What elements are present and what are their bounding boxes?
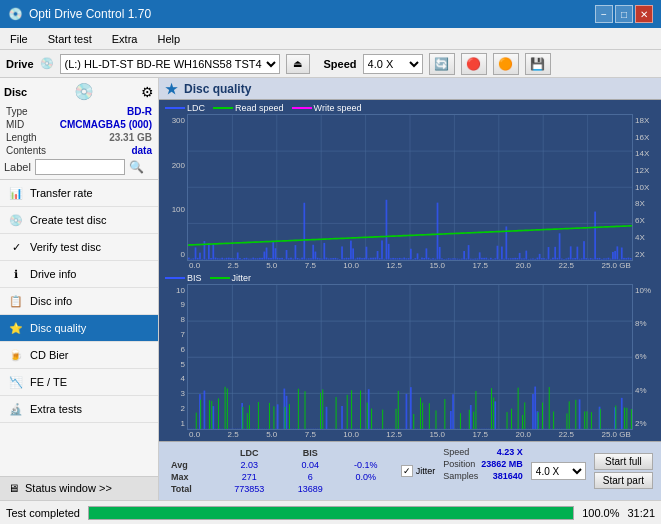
jitter-checkbox[interactable]: ✓ [401, 465, 413, 477]
bis-legend-color [165, 277, 185, 279]
svg-rect-42 [255, 258, 257, 259]
svg-rect-17 [199, 253, 201, 260]
svg-rect-105 [394, 258, 396, 259]
svg-rect-177 [554, 247, 556, 260]
disc-label-row: Label 🔍 [4, 159, 154, 175]
svg-rect-114 [414, 258, 416, 259]
sidebar-item-verify-test-disc[interactable]: ✓ Verify test disc [0, 234, 158, 261]
sidebar-item-cd-bier[interactable]: 🍺 CD Bier [0, 342, 158, 369]
svg-rect-476 [305, 391, 306, 429]
total-jitter [339, 483, 393, 495]
svg-rect-95 [372, 258, 374, 260]
close-button[interactable]: ✕ [635, 5, 653, 23]
extra-tests-icon: 🔬 [8, 401, 24, 417]
record-button[interactable]: 🔴 [461, 53, 487, 75]
eject-button[interactable]: ⏏ [286, 54, 310, 74]
chart1-x-axis: 0.0 2.5 5.0 7.5 10.0 12.5 15.0 17.5 20.0… [161, 261, 659, 270]
disc-contents-row: Contents data [4, 144, 154, 157]
burn-button[interactable]: 🟠 [493, 53, 519, 75]
chart1-yr-16x: 16X [635, 133, 659, 142]
speed-select[interactable]: 4.0 X [363, 54, 423, 74]
save-button[interactable]: 💾 [525, 53, 551, 75]
total-ldc: 773853 [217, 483, 282, 495]
stats-speed-select[interactable]: 4.0 X [531, 462, 586, 480]
chart1-yr-10x: 10X [635, 183, 659, 192]
svg-rect-185 [572, 258, 574, 259]
svg-rect-150 [494, 258, 496, 259]
start-part-button[interactable]: Start part [594, 472, 653, 489]
svg-rect-89 [359, 258, 361, 260]
disc-label-input[interactable] [35, 159, 125, 175]
menu-extra[interactable]: Extra [106, 31, 144, 47]
svg-rect-62 [299, 259, 301, 260]
menu-file[interactable]: File [4, 31, 34, 47]
svg-rect-63 [301, 258, 303, 260]
disc-panel-title: Disc [4, 86, 27, 98]
svg-rect-146 [485, 258, 487, 260]
svg-rect-15 [195, 247, 197, 259]
svg-rect-588 [553, 411, 554, 429]
svg-rect-467 [285, 406, 286, 429]
svg-rect-462 [273, 406, 274, 429]
jitter-checkbox-label: Jitter [416, 466, 436, 476]
samples-row: Samples 381640 [443, 471, 523, 481]
label-search-icon[interactable]: 🔍 [129, 160, 144, 174]
start-full-button[interactable]: Start full [594, 453, 653, 470]
speed-label-stats: Speed [443, 447, 469, 457]
svg-rect-116 [419, 259, 421, 260]
status-window-button[interactable]: 🖥 Status window >> [0, 476, 158, 500]
chart2-x-125: 12.5 [386, 430, 402, 439]
chart1-y-200: 200 [161, 161, 185, 170]
svg-rect-86 [352, 248, 354, 259]
sidebar-item-create-test-disc[interactable]: 💿 Create test disc [0, 207, 158, 234]
svg-rect-27 [221, 258, 223, 260]
minimize-button[interactable]: − [595, 5, 613, 23]
disc-panel: Disc 💿 ⚙ Type BD-R MID CMCMAGBA5 (000) L… [0, 78, 158, 180]
svg-rect-586 [549, 387, 550, 429]
status-text: Test completed [6, 507, 80, 519]
sidebar-item-fe-te[interactable]: 📉 FE / TE [0, 369, 158, 396]
svg-rect-122 [432, 258, 434, 259]
svg-rect-13 [190, 259, 192, 260]
svg-rect-186 [574, 258, 576, 260]
status-window-icon: 🖥 [8, 482, 19, 494]
svg-rect-437 [218, 398, 219, 429]
maximize-button[interactable]: □ [615, 5, 633, 23]
main-layout: Disc 💿 ⚙ Type BD-R MID CMCMAGBA5 (000) L… [0, 78, 661, 500]
svg-rect-88 [357, 258, 359, 260]
svg-rect-118 [423, 258, 425, 260]
menu-start-test[interactable]: Start test [42, 31, 98, 47]
stats-avg-row: Avg 2.03 0.04 -0.1% [167, 459, 393, 471]
sidebar-item-drive-info[interactable]: ℹ Drive info [0, 261, 158, 288]
menu-help[interactable]: Help [151, 31, 186, 47]
app-title: Opti Drive Control 1.70 [29, 7, 151, 21]
sidebar-item-disc-info[interactable]: 📋 Disc info [0, 288, 158, 315]
refresh-button[interactable]: 🔄 [429, 53, 455, 75]
svg-rect-621 [626, 407, 627, 429]
svg-rect-85 [350, 241, 352, 260]
drive-select[interactable]: (L:) HL-DT-ST BD-RE WH16NS58 TST4 [60, 54, 280, 74]
stats-max-row: Max 271 6 0.0% [167, 471, 393, 483]
svg-rect-97 [377, 251, 379, 259]
stats-table: LDC BIS Avg 2.03 0.04 -0.1% [163, 445, 397, 497]
sidebar-item-disc-quality[interactable]: ⭐ Disc quality [0, 315, 158, 342]
svg-rect-440 [225, 386, 226, 429]
svg-rect-495 [347, 394, 348, 429]
svg-rect-208 [623, 258, 625, 260]
samples-value: 381640 [493, 471, 523, 481]
sidebar-item-extra-tests[interactable]: 🔬 Extra tests [0, 396, 158, 423]
svg-rect-59 [292, 259, 294, 260]
chart1-yr-8x: 8X [635, 199, 659, 208]
total-bis: 13689 [282, 483, 339, 495]
svg-rect-12 [188, 258, 190, 260]
svg-rect-82 [343, 258, 345, 259]
svg-rect-84 [348, 258, 350, 260]
content-area: ★ Disc quality LDC Read speed [159, 78, 661, 500]
chart2-y-2: 2 [161, 404, 185, 413]
svg-rect-100 [383, 259, 385, 260]
svg-rect-21 [208, 243, 210, 259]
sidebar-item-transfer-rate[interactable]: 📊 Transfer rate [0, 180, 158, 207]
svg-rect-143 [479, 252, 481, 259]
drive-info-label: Drive info [30, 268, 76, 280]
svg-rect-81 [341, 246, 343, 259]
